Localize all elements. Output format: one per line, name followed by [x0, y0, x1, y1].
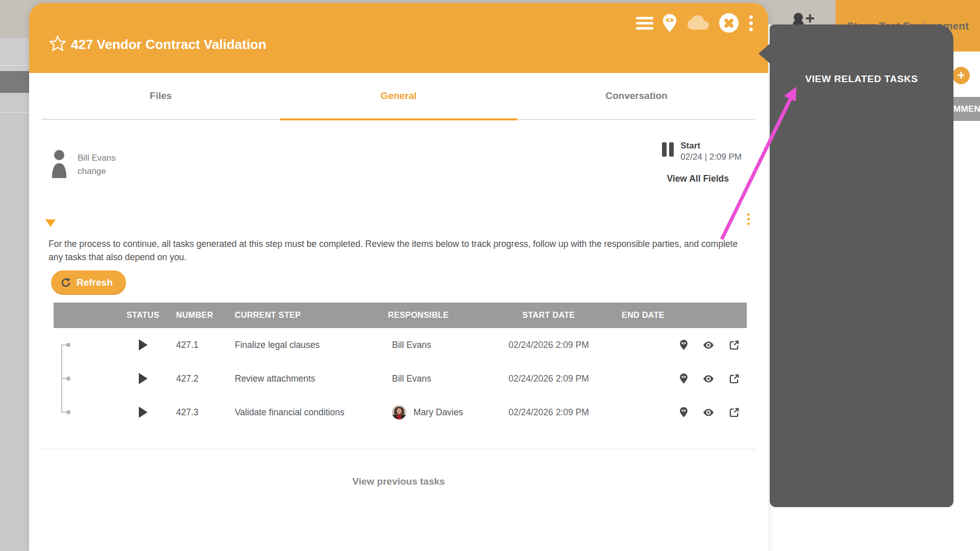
more-options-icon[interactable] [747, 14, 755, 32]
menu-icon[interactable] [636, 17, 653, 30]
tab-conversation-label: Conversation [605, 90, 667, 102]
add-button[interactable]: + [952, 67, 970, 84]
plus-icon: + [958, 69, 965, 82]
divider [42, 449, 755, 449]
open-external-icon[interactable] [729, 373, 740, 384]
tab-files[interactable]: Files [42, 73, 280, 119]
preview-eye-icon[interactable] [702, 341, 715, 349]
table-row: 427.1 Finalize legal clauses Bill Evans … [54, 328, 747, 362]
task-step: Review attachments [235, 373, 388, 384]
truncated-comment-tab[interactable]: MMEN [953, 97, 980, 121]
assignee-avatar-icon [51, 149, 67, 180]
location-pin-icon[interactable] [679, 407, 688, 418]
rail-segment [0, 93, 29, 112]
play-icon[interactable] [139, 373, 148, 384]
task-step: Finalize legal clauses [235, 340, 388, 350]
location-pin-icon[interactable] [679, 373, 688, 384]
column-end-date: END DATE [615, 311, 671, 320]
column-status: STATUS [112, 311, 174, 320]
preview-eye-icon[interactable] [702, 408, 715, 417]
view-previous-tasks-link[interactable]: View previous tasks [29, 476, 768, 487]
play-icon[interactable] [139, 407, 148, 418]
location-pin-icon[interactable] [679, 339, 688, 350]
tasks-table: STATUS NUMBER CURRENT STEP RESPONSIBLE S… [54, 303, 747, 429]
favorite-star-icon[interactable] [50, 35, 66, 52]
tab-conversation[interactable]: Conversation [518, 73, 755, 119]
view-related-tasks-item[interactable]: VIEW RELATED TASKS [770, 73, 953, 85]
task-start-date: 02/24/2026 2:09 PM [482, 407, 615, 418]
cloud-upload-icon[interactable] [686, 15, 710, 31]
rail-segment [0, 38, 29, 65]
task-responsible: Bill Evans [392, 373, 431, 384]
column-start-date: START DATE [482, 311, 615, 320]
section-more-options-icon[interactable] [747, 213, 750, 225]
modal-header-toolbar [636, 11, 755, 35]
start-field-label: Start [680, 141, 742, 151]
task-responsible: Bill Evans [392, 340, 431, 350]
task-responsible: Mary Davies [413, 407, 463, 418]
refresh-icon [60, 277, 71, 288]
tasks-table-header: STATUS NUMBER CURRENT STEP RESPONSIBLE S… [54, 303, 747, 328]
modal-tabs: Files General Conversation [42, 73, 755, 120]
task-start-date: 02/24/2026 2:09 PM [482, 373, 615, 384]
view-all-fields-link[interactable]: View All Fields [667, 173, 729, 184]
tab-files-label: Files [150, 90, 172, 102]
background-left-rail [0, 0, 29, 551]
rail-segment [0, 112, 29, 551]
table-row: 427.3 Validate financial conditions [54, 395, 747, 429]
rail-segment [0, 65, 29, 70]
refresh-button-label: Refresh [77, 277, 113, 288]
tasks-table-body: 427.1 Finalize legal clauses Bill Evans … [54, 328, 747, 429]
tab-general-label: General [381, 90, 417, 102]
start-field-value: 02/24 | 2:09 PM [680, 152, 742, 162]
collapse-caret-icon[interactable] [45, 219, 56, 227]
truncated-comment-label: MMEN [953, 104, 980, 114]
task-start-date: 02/24/2026 2:09 PM [482, 340, 615, 350]
rail-segment [0, 0, 29, 38]
task-number: 427.3 [174, 407, 235, 418]
tab-general[interactable]: General [280, 73, 518, 119]
refresh-button[interactable]: Refresh [51, 270, 126, 295]
column-responsible: RESPONSIBLE [388, 311, 482, 320]
location-pin-icon[interactable] [662, 13, 677, 33]
play-icon[interactable] [139, 339, 148, 350]
task-number: 427.2 [174, 373, 235, 384]
table-row: 427.2 Review attachments Bill Evans 02/2… [54, 362, 747, 395]
modal-header: 427 Vendor Contract Validation [29, 3, 768, 73]
screen: Stage Test Environment + MMEN 427 Vendor… [0, 0, 980, 551]
modal-title: 427 Vendor Contract Validation [71, 37, 266, 53]
preview-eye-icon[interactable] [702, 374, 715, 383]
column-current-step: CURRENT STEP [235, 311, 388, 320]
column-number: NUMBER [174, 311, 235, 320]
task-number: 427.1 [174, 340, 235, 350]
assignee-change-link[interactable]: change [78, 166, 106, 177]
close-icon[interactable] [719, 13, 739, 33]
assignee-name: Bill Evans [78, 153, 116, 163]
task-modal: 427 Vendor Contract Validation [29, 3, 768, 551]
instructions-text: For the process to continue, all tasks g… [48, 237, 749, 264]
related-tasks-panel: VIEW RELATED TASKS [770, 24, 953, 507]
start-field: Start 02/24 | 2:09 PM [662, 141, 742, 162]
pause-icon [662, 141, 674, 162]
rail-segment [0, 71, 29, 93]
task-step: Validate financial conditions [235, 407, 388, 418]
responsible-avatar [392, 405, 406, 419]
open-external-icon[interactable] [729, 340, 740, 350]
open-external-icon[interactable] [729, 407, 740, 418]
